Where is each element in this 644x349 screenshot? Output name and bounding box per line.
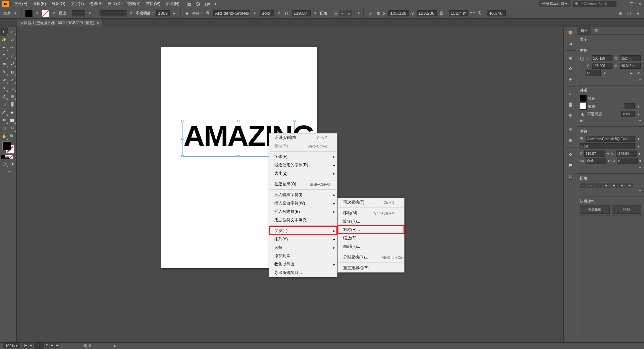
handle-tl[interactable] [181, 120, 183, 122]
prop-stroke-swatch[interactable] [580, 103, 587, 110]
arrange-icon[interactable]: ▥▾ [204, 1, 210, 7]
ctx-transform[interactable]: 变换(T)▸ [269, 227, 337, 235]
ctx2-reset[interactable]: 重置定界框(B) [338, 264, 404, 272]
ctx-size[interactable]: 大小(Z)▸ [269, 169, 337, 178]
menu-window[interactable]: 窗口(W) [143, 1, 163, 7]
search-font-icon[interactable]: 🔍 [580, 137, 585, 141]
font-family-input[interactable] [213, 10, 250, 16]
opacity-input[interactable] [156, 10, 170, 16]
font-size-input[interactable] [292, 10, 311, 16]
align-panel-icon[interactable]: ▦ [375, 10, 381, 16]
quick-arrange-button[interactable]: 排列 [612, 206, 642, 214]
gradient-tool[interactable]: ▓ [8, 100, 16, 108]
line-tool[interactable]: ╱ [8, 52, 16, 60]
ctx-undo[interactable]: 还原(U)缩放Ctrl+Z [269, 133, 337, 142]
align-right-btn[interactable]: ≡ [346, 10, 352, 16]
mesh-tool[interactable]: ⊞ [0, 100, 8, 108]
slice-tool[interactable]: ✂ [8, 124, 16, 132]
first-artboard-btn[interactable]: |◂ [23, 343, 28, 348]
prop-tab-properties[interactable]: 属性 [577, 27, 591, 35]
menu-object[interactable]: 对象(O) [49, 1, 68, 7]
scale-tool[interactable]: ⤢ [8, 76, 16, 84]
para-justify-right[interactable]: ≣ [619, 183, 625, 188]
graph-tool[interactable]: ▮▮ [8, 116, 16, 124]
clip-icon[interactable]: ◫ [626, 10, 632, 16]
color-mode-swatches[interactable] [1, 155, 16, 159]
ctx2-scale[interactable]: 缩放(S)... [338, 234, 404, 242]
para-justify-center[interactable]: ≣ [611, 183, 618, 188]
menu-select[interactable]: 选择(S) [87, 1, 105, 7]
stroke-swatch[interactable] [42, 10, 49, 17]
ctx2-again[interactable]: 再次变换(T)Ctrl+D [338, 198, 404, 207]
transform-more-icon[interactable]: ⋯ [637, 77, 641, 82]
para-align-right[interactable]: ≡ [595, 183, 602, 188]
menu-help[interactable]: 帮助(H) [163, 1, 182, 7]
flip-h-icon[interactable]: ⇋ [628, 70, 634, 76]
width-tool[interactable]: ⫷ [0, 84, 8, 92]
ctx-break[interactable]: 插入分隔符(B)▸ [269, 208, 337, 216]
ctx-export-sel[interactable]: 导出所选项目... [269, 269, 337, 277]
dock-asset-export-icon[interactable]: ⬒ [567, 162, 574, 169]
para-align-left[interactable]: ≡ [580, 183, 587, 188]
menu-edit[interactable]: 编辑(E) [30, 1, 49, 7]
prop-x-input[interactable] [592, 55, 612, 61]
ctx2-each[interactable]: 分别变换(N)...Alt+Shift+Ctrl+D [338, 253, 404, 261]
ctx-arrange[interactable]: 排列(A)▸ [269, 235, 337, 243]
maximize-button[interactable]: ❐ [629, 2, 634, 6]
para-more-icon[interactable]: ⋯ [637, 188, 641, 193]
dock-transparency-icon[interactable]: ◐ [567, 111, 574, 119]
next-artboard-btn[interactable]: ▸ [50, 343, 55, 348]
ctx-placeholder[interactable]: 用占位符文本填充 [269, 216, 337, 224]
type-tool[interactable]: T [0, 52, 8, 60]
tab-close-button[interactable]: × [97, 21, 99, 25]
menu-effect[interactable]: 效果(C) [105, 1, 124, 7]
menu-file[interactable]: 文件(F) [11, 1, 30, 7]
menu-type[interactable]: 文字(T) [68, 1, 87, 7]
handle-tr[interactable] [293, 120, 296, 122]
search-stock[interactable]: 🔍搜索 Adobe Stock [573, 1, 616, 7]
handle-tc[interactable] [237, 120, 239, 122]
prop-kerning-input[interactable] [586, 158, 606, 164]
prop-tracking-input[interactable] [617, 158, 638, 164]
dock-artboards-icon[interactable]: ▢ [567, 172, 574, 180]
close-button[interactable]: ✕ [637, 2, 642, 6]
prop-h-input[interactable] [620, 63, 641, 69]
draw-mode[interactable]: ◑ [8, 160, 16, 168]
stock-icon[interactable]: St [196, 1, 201, 7]
paintbrush-tool[interactable]: 🖌 [8, 60, 16, 68]
dock-appearance-icon[interactable]: ☀ [567, 126, 574, 133]
perspective-tool[interactable]: ▦ [8, 92, 16, 100]
dock-colorguide-icon[interactable]: ◢ [567, 40, 574, 47]
prev-artboard-btn[interactable]: ◂ [29, 343, 33, 348]
ctx-collect[interactable]: 收集以导出▸ [269, 260, 337, 269]
prop-y-input[interactable] [592, 63, 612, 69]
panel-menu-icon[interactable]: ≣ [635, 10, 641, 16]
dock-symbols-icon[interactable]: ♣ [567, 75, 574, 83]
send-icon[interactable]: ✈ [213, 1, 218, 7]
dock-swatches-icon[interactable]: ▦ [567, 54, 574, 61]
zoom-level[interactable]: 100% ▾ [3, 343, 20, 348]
ctx2-shear[interactable]: 倾斜(H)... [338, 242, 404, 251]
prop-font-input[interactable] [586, 136, 635, 142]
shape-builder-tool[interactable]: ◔ [0, 92, 8, 100]
ctx-special[interactable]: 插入特殊字符(I)▸ [269, 191, 337, 199]
status-arrow-icon[interactable]: ▸ [114, 344, 116, 348]
h-input[interactable] [487, 10, 506, 16]
dock-brushes-icon[interactable]: ✿ [567, 65, 574, 72]
ctx-whitespace[interactable]: 插入空白字符(W)▸ [269, 199, 337, 208]
prop-tab-library[interactable]: 库 [591, 27, 602, 35]
para-align-center[interactable]: ≡ [588, 183, 594, 188]
fill-swatch[interactable] [25, 10, 33, 17]
handle-ml[interactable] [181, 138, 183, 140]
eyedropper-tool[interactable]: 💉 [0, 108, 8, 116]
font-weight-input[interactable] [260, 10, 274, 16]
brush-input[interactable] [100, 10, 126, 16]
rectangle-tool[interactable]: ▭ [0, 60, 8, 68]
free-transform-tool[interactable]: ⬚ [8, 84, 16, 92]
ctx-font[interactable]: 字体(F)▸ [269, 153, 337, 161]
curvature-tool[interactable]: 〰 [8, 44, 16, 52]
magic-wand-tool[interactable]: ✨ [0, 36, 8, 44]
fill-stroke-color[interactable] [2, 141, 14, 154]
ctx2-move[interactable]: 移动(M)...Shift+Ctrl+M [338, 209, 404, 217]
handle-bc[interactable] [237, 155, 239, 157]
